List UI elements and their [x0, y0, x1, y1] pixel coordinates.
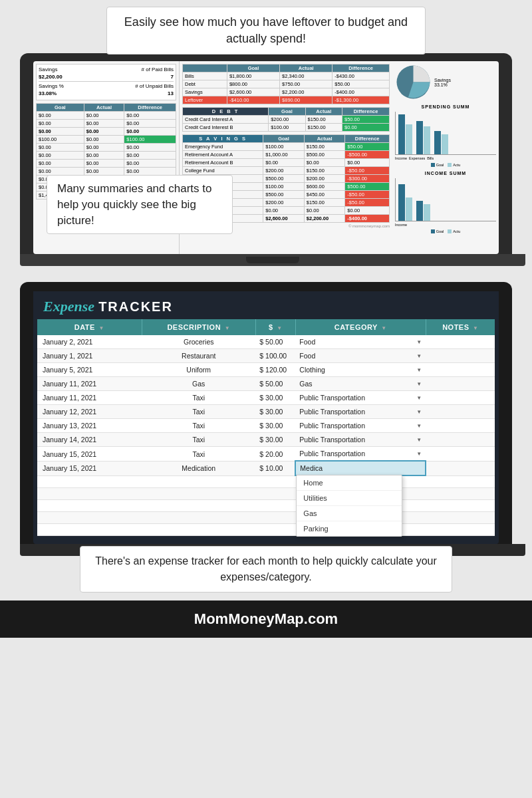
savings-value: # of Paid Bills — [142, 66, 174, 72]
dropdown-arrow-icon[interactable]: ▼ — [416, 437, 422, 443]
expense-category[interactable]: MedicaHomeUtilitiesGasParking — [295, 461, 426, 475]
summary-table: Goal Actual Difference Bills$1,800.00$2,… — [182, 64, 390, 104]
empty-cell — [37, 523, 142, 535]
empty-cell — [255, 499, 295, 511]
expense-amount: $ 30.00 — [255, 391, 295, 405]
left-cell: $0.00 — [124, 128, 176, 136]
dropdown-arrow-icon[interactable]: ▼ — [416, 353, 422, 359]
left-cell: $0.00 — [84, 136, 124, 144]
savings-cell: $500.00 — [304, 151, 345, 159]
summary-cell: -$410.00 — [227, 96, 279, 104]
savings-section-header: S A V I N G S — [183, 135, 263, 143]
empty-cell — [255, 511, 295, 523]
summary-empty — [183, 65, 227, 72]
expense-table: DATE ▼ DESCRIPTION ▼ $ ▼ CATEGORY ▼ NOTE… — [37, 319, 495, 536]
savings-cell: $0.00 — [345, 159, 390, 167]
expense-amount: $ 50.00 — [255, 335, 295, 349]
savings-cell: -$50.00 — [345, 191, 390, 199]
debt-header: D E B T — [183, 108, 269, 116]
tracker-title: Expense TRACKER — [43, 298, 489, 315]
income-legend: Goal Actu — [395, 229, 496, 233]
tracker-header: Expense TRACKER — [33, 291, 499, 319]
left-cell: $0.00 — [37, 112, 84, 120]
savings-cell: $1,000.00 — [263, 151, 305, 159]
expense-description: Restaurant — [142, 349, 255, 363]
left-cell: $0.00 — [124, 160, 176, 168]
sv-actual: Actual — [304, 135, 345, 143]
empty-cell — [37, 499, 142, 511]
expense-date: January 15, 2021 — [37, 447, 142, 462]
expense-category: Food▼ — [295, 335, 426, 349]
empty-cell — [142, 523, 255, 535]
left-cell: $0.00 — [37, 128, 84, 136]
bottom-callout: There's an expense tracker for each mont… — [80, 546, 452, 593]
expense-date: January 13, 2021 — [37, 419, 142, 433]
expense-row: January 12, 2021Taxi$ 30.00Public Transp… — [37, 405, 495, 419]
dropdown-arrow-icon[interactable]: ▼ — [416, 409, 422, 415]
summary-cell: -$1,300.00 — [332, 96, 390, 104]
expense-description: Groceries — [142, 335, 255, 349]
empty-cell — [255, 523, 295, 535]
savings-cell: $450.00 — [304, 191, 345, 199]
debt-cell: $100.00 — [269, 124, 305, 132]
debt-cell: $150.00 — [305, 116, 342, 124]
savings-cell: $100.00 — [263, 143, 305, 151]
expense-description: Taxi — [142, 447, 255, 462]
left-cell: $0.00 — [37, 120, 84, 128]
empty-row — [37, 487, 495, 499]
dropdown-arrow-icon[interactable]: ▼ — [416, 423, 422, 429]
summary-cell: -$400.00 — [332, 88, 390, 96]
expense-date: January 14, 2021 — [37, 433, 142, 447]
expense-description: Gas — [142, 377, 255, 391]
savings-cell: $500.00 — [263, 175, 305, 183]
expense-date: January 11, 2021 — [37, 377, 142, 391]
savings-cell: $0.00 — [345, 207, 390, 215]
dropdown-item[interactable]: Parking — [297, 521, 402, 536]
category-text: Public Transportation — [299, 408, 365, 416]
dropdown-item[interactable]: Utilities — [297, 491, 402, 506]
expense-amount: $ 100.00 — [255, 349, 295, 363]
unpaid-label: # of Unpaid Bills — [135, 83, 174, 89]
expense-notes — [426, 405, 495, 419]
top-laptop: Savings # of Paid Bills $2,200.00 7 Savi… — [20, 53, 512, 254]
dropdown-arrow-icon[interactable]: ▼ — [416, 381, 422, 387]
expense-date: January 15, 2021 — [37, 461, 142, 475]
savings-label: Savings — [39, 66, 57, 72]
spending-legend: Goal Actu — [395, 163, 496, 167]
dropdown-arrow-icon[interactable]: ▼ — [416, 395, 422, 401]
category-dropdown[interactable]: HomeUtilitiesGasParking — [296, 475, 402, 537]
expense-category: Public Transportation▼ — [295, 405, 426, 419]
expense-notes — [426, 349, 495, 363]
savings-cell: $2,200.00 — [304, 215, 345, 223]
savings-cell: $0.00 — [263, 207, 305, 215]
expense-row: January 11, 2021Taxi$ 30.00Public Transp… — [37, 391, 495, 405]
dropdown-item[interactable]: Gas — [297, 506, 402, 521]
expense-description: Taxi — [142, 391, 255, 405]
col-amount: $ ▼ — [255, 319, 295, 335]
dropdown-item[interactable]: Home — [297, 475, 402, 491]
spending-chart-title: SPENDING SUMM — [395, 104, 496, 109]
expense-date: January 11, 2021 — [37, 391, 142, 405]
left-cell: $0.00 — [124, 112, 176, 120]
sv-diff: Difference — [345, 135, 390, 143]
debt-goal: Goal — [269, 108, 305, 116]
savings-pct: 33.08% — [39, 90, 57, 96]
savings-cell: Retirement Account B — [183, 159, 263, 167]
expense-notes — [426, 433, 495, 447]
debt-table: D E B T Goal Actual Difference Credit Ca… — [182, 107, 390, 132]
debt-cell: $200.00 — [269, 116, 305, 124]
dropdown-arrow-icon[interactable]: ▼ — [416, 339, 422, 345]
summary-cell: Debt — [183, 80, 227, 88]
expense-row: January 5, 2021Uniform$ 120.00Clothing▼ — [37, 363, 495, 377]
savings-cell: $150.00 — [304, 167, 345, 175]
expense-row: January 15, 2021Medication$ 10.00MedicaH… — [37, 461, 495, 475]
dropdown-arrow-icon[interactable]: ▼ — [416, 367, 422, 373]
category-text: Public Transportation — [299, 422, 365, 430]
summary-cell: $2,200.00 — [280, 88, 332, 96]
savings-summary: Savings # of Paid Bills $2,200.00 7 Savi… — [36, 64, 176, 100]
top-laptop-notch — [246, 257, 299, 263]
summary-cell: $50.00 — [332, 80, 390, 88]
expense-amount: $ 20.00 — [255, 447, 295, 462]
expense-category: Public Transportation▼ — [295, 419, 426, 433]
dropdown-arrow-icon[interactable]: ▼ — [416, 451, 422, 457]
